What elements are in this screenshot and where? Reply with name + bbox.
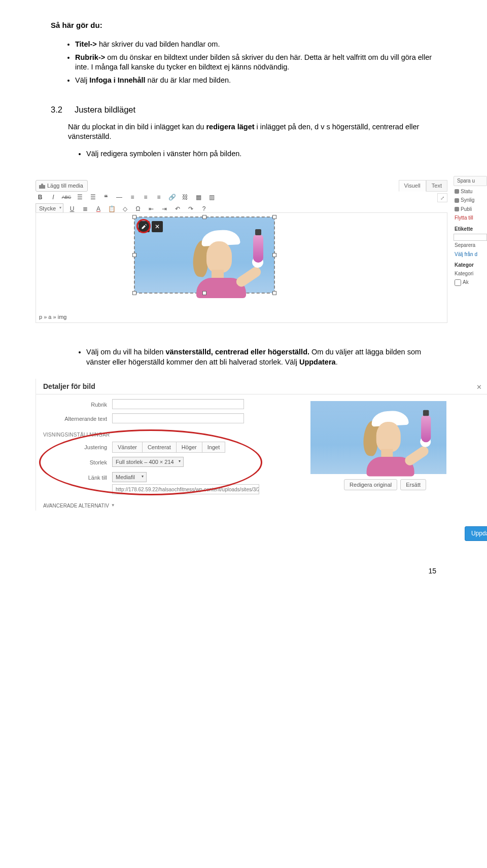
preview-buttons: Redigera original Ersätt: [344, 479, 426, 491]
category-row: Ak: [454, 279, 487, 286]
edit-image-button[interactable]: [138, 221, 150, 232]
underline-button[interactable]: U: [67, 204, 77, 213]
italic-button[interactable]: I: [49, 193, 58, 202]
chevron-down-icon: ▼: [111, 503, 115, 509]
close-icon: ✕: [155, 223, 160, 231]
editor-toolbar: Lägg till media Visuell Text B I ABC ☰ ☰…: [36, 180, 447, 211]
text: .: [336, 358, 338, 366]
redo-button[interactable]: ↷: [186, 204, 195, 213]
publish-row: Publi: [454, 206, 487, 213]
categories-heading: Kategor: [454, 262, 487, 269]
toggle-button[interactable]: ▥: [207, 193, 216, 202]
editor-canvas[interactable]: ✕ p » a » img: [36, 212, 447, 323]
replace-button[interactable]: Ersätt: [400, 479, 426, 491]
help-button[interactable]: ?: [199, 204, 208, 213]
categories-sub: Kategori: [454, 270, 487, 277]
undo-button[interactable]: ↶: [173, 204, 182, 213]
tags-input[interactable]: [454, 234, 487, 241]
calendar-icon: [455, 207, 459, 211]
justify-button[interactable]: ≣: [81, 204, 90, 213]
ol-button[interactable]: ☰: [88, 193, 97, 202]
url-input[interactable]: http://178.62.59.22/halsaochfitness/wp-c…: [112, 484, 259, 494]
justify-group: Vänster Centrerat Höger Inget: [112, 442, 225, 453]
rubrik-input[interactable]: [112, 399, 244, 409]
separate-hint: Separera: [454, 242, 487, 249]
text: när du är klar med bilden.: [146, 76, 231, 84]
size-select[interactable]: Full storlek – 400 × 214: [112, 457, 184, 467]
close-dialog-button[interactable]: ✕: [476, 383, 482, 392]
screenshot-image-details: Detaljer för bild ✕ Rubrik Alternerande …: [36, 379, 487, 511]
pin-icon: [455, 189, 459, 194]
choose-tags-link[interactable]: Välj från d: [454, 251, 487, 258]
bold-button[interactable]: B: [36, 193, 45, 202]
image-content: [178, 227, 264, 293]
unlink-button[interactable]: ⛓: [181, 193, 190, 202]
outdent-button[interactable]: ⇤: [147, 204, 156, 213]
image-toolbar: ✕: [138, 221, 163, 232]
justify-center-button[interactable]: Centrerat: [143, 442, 177, 453]
toolbar-row-1: B I ABC ☰ ☰ ❝ — ≡ ≡ ≡ 🔗 ⛓ ▦ ▥: [36, 193, 216, 202]
justify-left-button[interactable]: Vänster: [112, 442, 143, 453]
list-item: Välj redigera symbolen i vänster hörn på…: [86, 149, 436, 159]
more-button[interactable]: ▦: [194, 193, 203, 202]
linkto-select[interactable]: Mediafil: [112, 472, 147, 482]
label-alt: Alternerande text: [46, 415, 107, 423]
list-item: Välj om du vill ha bilden vänsterställd,…: [86, 347, 436, 367]
tab-text[interactable]: Text: [426, 180, 447, 192]
save-draft-button[interactable]: Spara u: [454, 176, 487, 186]
heading-number: 3.2: [51, 104, 62, 115]
category-checkbox[interactable]: [455, 279, 461, 286]
label-justify: Justering: [46, 444, 107, 451]
editor-tabs: Visuell Text: [399, 180, 447, 192]
instruction-list-1: Titel-> här skriver du vad bilden handla…: [51, 40, 436, 85]
tab-visual[interactable]: Visuell: [399, 180, 426, 192]
hr-button[interactable]: —: [115, 193, 124, 202]
textcolor-button[interactable]: A: [94, 204, 103, 213]
visibility-row: Synlig: [454, 197, 487, 204]
text-bold: vänsterställd, centrerad eller högerstäl…: [165, 348, 309, 356]
text: Välj om du vill ha bilden: [86, 348, 165, 356]
edit-original-button[interactable]: Redigera original: [344, 479, 397, 491]
instruction-list-3: Välj om du vill ha bilden vänsterställd,…: [51, 347, 436, 367]
page-number: 15: [51, 566, 436, 576]
add-media-button[interactable]: Lägg till media: [36, 180, 88, 192]
label-rubrik: Rubrik->: [75, 53, 107, 61]
status-row: Statu: [454, 188, 487, 195]
alt-input[interactable]: [112, 413, 244, 423]
text: Välj: [75, 76, 89, 84]
list-item: Rubrik-> om du önskar en bildtext under …: [75, 53, 436, 73]
heading-howto: Så här gör du:: [51, 20, 436, 30]
text-bold: Uppdatera: [299, 358, 336, 366]
sidebar-partial: Spara u Statu Synlig Publi Flytta till E…: [454, 176, 487, 288]
update-button[interactable]: Uppdatera: [465, 526, 487, 540]
align-left-button[interactable]: ≡: [128, 193, 137, 202]
remove-image-button[interactable]: ✕: [152, 221, 163, 232]
heading-3-2: 3.2 Justera bildläget: [51, 104, 436, 115]
eye-icon: [455, 198, 459, 203]
label-infoga: Infoga i Innehåll: [89, 76, 145, 84]
text-bold: redigera läget: [206, 123, 254, 131]
strike-button[interactable]: ABC: [62, 193, 71, 202]
screenshot-editor: Lägg till media Visuell Text B I ABC ☰ ☰…: [36, 170, 487, 332]
inserted-image[interactable]: ✕: [134, 217, 274, 293]
trash-link[interactable]: Flytta till: [454, 214, 487, 222]
advanced-toggle[interactable]: AVANCERADE ALTERNATIV ▼: [43, 502, 115, 510]
label-title: Titel->: [75, 40, 99, 48]
justify-right-button[interactable]: Höger: [177, 442, 202, 453]
camera-icon: [39, 184, 45, 189]
link-button[interactable]: 🔗: [167, 193, 177, 202]
align-center-button[interactable]: ≡: [141, 193, 150, 202]
text: här skriver du vad bilden handlar om.: [99, 40, 220, 48]
indent-button[interactable]: ⇥: [160, 204, 169, 213]
heading-title: Justera bildläget: [75, 104, 135, 115]
paste-button[interactable]: 📋: [107, 204, 116, 213]
clear-button[interactable]: ◇: [120, 204, 129, 213]
justify-none-button[interactable]: Inget: [202, 442, 225, 453]
instruction-list-2: Välj redigera symbolen i vänster hörn på…: [51, 149, 436, 159]
align-right-button[interactable]: ≡: [154, 193, 163, 202]
element-path[interactable]: p » a » img: [39, 313, 66, 321]
specialchar-button[interactable]: Ω: [133, 204, 143, 213]
ul-button[interactable]: ☰: [75, 193, 84, 202]
quote-button[interactable]: ❝: [101, 193, 111, 202]
fullscreen-button[interactable]: ⤢: [437, 193, 447, 202]
